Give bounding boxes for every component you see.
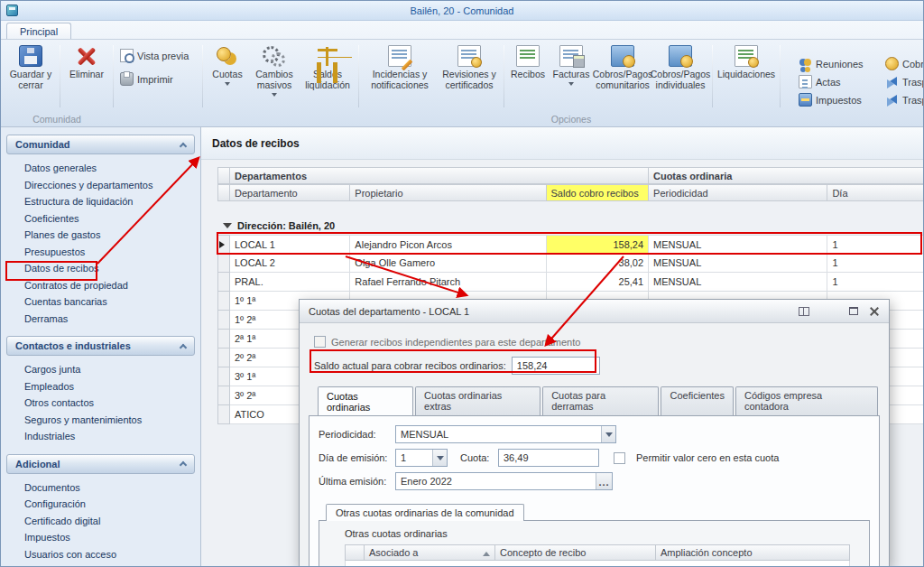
button-label: Actas [816, 77, 841, 88]
delete-button[interactable]: Eliminar [63, 42, 110, 111]
cell-periodicidad[interactable]: MENSUAL [649, 235, 827, 254]
tab-cuotas-ordinarias-extras[interactable]: Cuotas ordinarias extras [415, 386, 541, 416]
sidebar-item-contratos[interactable]: Contratos de propiedad [6, 277, 195, 294]
dialog-title-bar[interactable]: Cuotas del departamento - LOCAL 1 [300, 300, 889, 323]
incidencias-button[interactable]: Incidencias y notificaciones [362, 42, 438, 111]
sidebar-section-adicional[interactable]: Adicional [6, 454, 195, 474]
tab-otras-cuotas[interactable]: Otras cuotas ordinarias de la comunidad [326, 504, 524, 521]
cell-departamento[interactable]: PRAL. [230, 273, 350, 292]
sidebar-item-derramas[interactable]: Derramas [6, 311, 195, 328]
dropdown-button[interactable] [601, 426, 615, 442]
col-periodicidad[interactable]: Periodicidad [649, 184, 827, 201]
traspaso-button[interactable]: Trasp [885, 75, 924, 88]
cell-propietario[interactable]: Alejandro Picon Arcos [350, 235, 546, 254]
col-dia[interactable]: Día [827, 184, 923, 201]
save-close-button[interactable]: Guardar y cerrar [5, 42, 57, 111]
sidebar-item-otros-contactos[interactable]: Otros contactos [6, 395, 195, 412]
close-icon[interactable] [869, 306, 880, 317]
sidebar-item-datos-recibos[interactable]: Datos de recibos [6, 260, 195, 277]
sidebar-item-seguros[interactable]: Seguros y mantenimientos [6, 412, 195, 429]
sidebar-item-datos-generales[interactable]: Datos generales [6, 160, 195, 177]
reuniones-button[interactable]: Reuniones [799, 57, 876, 70]
liquidaciones-button[interactable]: Liquidaciones [716, 42, 777, 111]
band-departamentos[interactable]: Departamentos [230, 167, 649, 184]
sidebar-item-empleados[interactable]: Empleados [6, 378, 195, 395]
sidebar-item-industriales[interactable]: Industriales [6, 428, 195, 445]
sidebar-item-documentos[interactable]: Documentos [6, 479, 195, 497]
col-departamento[interactable]: Departamento [230, 184, 350, 201]
ultima-emision-field[interactable]: Enero 2022 [395, 472, 613, 490]
recibos-button[interactable]: Recibos [507, 42, 549, 111]
cell-saldo[interactable]: 38,02 [547, 254, 650, 273]
traspaso-button[interactable]: Trasp [885, 93, 924, 107]
cobros-individuales-button[interactable]: Cobros/Pagos individuales [651, 42, 709, 111]
tab-cuotas-para-derramas[interactable]: Cuotas para derramas [542, 386, 659, 416]
tab-coeficientes[interactable]: Coeficientes [661, 386, 734, 416]
col-asociado-a[interactable]: Asociado a [365, 544, 495, 561]
col-propietario[interactable]: Propietario [350, 184, 546, 201]
sidebar-item-certificado[interactable]: Certificado digital [6, 513, 195, 530]
sidebar-item-cargos-junta[interactable]: Cargos junta [6, 361, 195, 378]
ellipsis-button[interactable] [596, 473, 612, 489]
preview-button[interactable]: Vista previa [120, 49, 198, 62]
sidebar-section-comunidad[interactable]: Comunidad [6, 135, 195, 154]
revisiones-button[interactable]: Revisiones y certificados [438, 42, 501, 111]
inner-grid-body[interactable] [345, 561, 850, 567]
cuota-input[interactable]: 36,49 [498, 449, 599, 467]
tab-principal[interactable]: Principal [6, 23, 71, 39]
checkbox-icon[interactable] [314, 336, 326, 348]
dia-emision-combo[interactable]: 1 [395, 449, 448, 467]
cell-saldo[interactable]: 25,41 [547, 273, 650, 292]
periodicidad-combo[interactable]: MENSUAL [395, 425, 616, 443]
facturas-button[interactable]: Facturas [549, 42, 594, 111]
cell-periodicidad[interactable]: MENSUAL [649, 254, 827, 273]
cell-dia[interactable]: 1 [827, 273, 923, 292]
cobro-button[interactable]: Cobro [885, 57, 924, 70]
sidebar-item-configuracion[interactable]: Configuración [6, 496, 195, 513]
sidebar-item-planes-gastos[interactable]: Planes de gastos [6, 227, 195, 244]
cell-saldo[interactable]: 158,24 [547, 235, 650, 254]
independent-receipts-option[interactable]: Generar recibos independientes para este… [314, 336, 880, 348]
tab-codigos-empresa[interactable]: Códigos empresa contadora [735, 386, 878, 416]
sidebar-item-usuarios[interactable]: Usuarios con acceso [6, 546, 195, 563]
cell-dia[interactable]: 1 [827, 235, 923, 254]
layout-icon[interactable] [799, 307, 809, 316]
button-label: Saldos liquidación [301, 70, 354, 91]
cuotas-button[interactable]: Cuotas [206, 42, 249, 111]
col-concepto-recibo[interactable]: Concepto de recibo [495, 544, 656, 561]
grid-header-row: Departamento Propietario Saldo cobro rec… [217, 184, 923, 201]
col-saldo-cobro-recibos[interactable]: Saldo cobro recibos [547, 184, 650, 201]
cell-dia[interactable]: 1 [827, 254, 923, 273]
dropdown-button[interactable] [432, 450, 447, 466]
table-row[interactable]: PRAL. Rafael Ferrando Pitarch 25,41 MENS… [217, 273, 923, 292]
cell-departamento[interactable]: LOCAL 1 [230, 235, 350, 254]
cambios-masivos-button[interactable]: Cambios masivos [249, 42, 300, 111]
cobros-comunitarios-button[interactable]: Cobros/Pagos comunitarios [594, 42, 651, 111]
print-button[interactable]: Imprimir [120, 72, 198, 86]
tab-cuotas-ordinarias[interactable]: Cuotas ordinarias [318, 386, 413, 416]
sidebar-item-presupuestos[interactable]: Presupuestos [6, 244, 195, 261]
band-cuotas-ordinaria[interactable]: Cuotas ordinaria [649, 167, 923, 184]
impuestos-button[interactable]: Impuestos [799, 93, 876, 107]
dialog-tabs: Cuotas ordinarias Cuotas ordinarias extr… [318, 386, 880, 416]
sidebar-item-direcciones[interactable]: Direcciones y departamentos [6, 177, 195, 194]
cell-propietario[interactable]: Olga Olle Gamero [350, 254, 546, 273]
sidebar-section-contactos[interactable]: Contactos e industriales [6, 336, 195, 356]
sidebar-item-estructura[interactable]: Estructura de liquidación [6, 193, 195, 210]
sidebar-item-coeficientes[interactable]: Coeficientes [6, 210, 195, 228]
checkbox-icon[interactable] [614, 452, 625, 464]
cell-periodicidad[interactable]: MENSUAL [649, 273, 827, 292]
cell-propietario[interactable]: Rafael Ferrando Pitarch [350, 273, 546, 292]
sidebar-item-impuestos[interactable]: Impuestos [6, 529, 195, 546]
restore-icon[interactable] [849, 307, 858, 315]
col-ampliacion-concepto[interactable]: Ampliación concepto [656, 544, 850, 561]
sidebar-item-cuentas[interactable]: Cuentas bancarias [6, 293, 195, 311]
saldos-liquidacion-button[interactable]: Saldos liquidación [300, 42, 356, 111]
table-row-local1[interactable]: LOCAL 1 Alejandro Picon Arcos 158,24 MEN… [217, 235, 923, 254]
table-row[interactable]: LOCAL 2 Olga Olle Gamero 38,02 MENSUAL 1 [217, 254, 923, 273]
cell-departamento[interactable]: LOCAL 2 [230, 254, 350, 273]
saldo-value-input[interactable]: 158,24 [512, 357, 600, 375]
sort-ascending-icon [483, 548, 490, 556]
actas-button[interactable]: Actas [799, 75, 876, 88]
group-row-direccion[interactable]: Dirección: Bailén, 20 [217, 216, 923, 235]
